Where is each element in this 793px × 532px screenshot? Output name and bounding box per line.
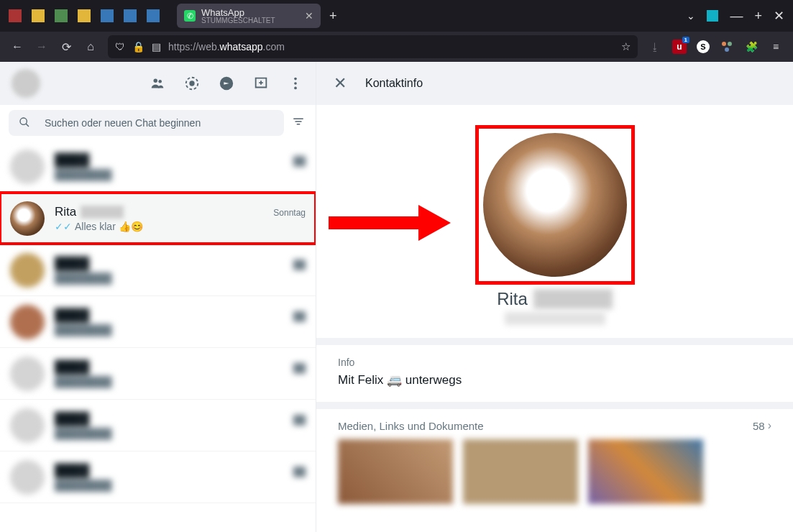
window-close-icon[interactable]: ✕ — [774, 8, 784, 24]
close-panel-icon[interactable]: ✕ — [334, 74, 347, 93]
chat-avatar — [10, 201, 45, 236]
search-placeholder: Suchen oder neuen Chat beginnen — [45, 117, 201, 129]
chat-item[interactable]: ██████████████ — [0, 400, 316, 451]
media-links-row[interactable]: Medien, Links und Dokumente 58 › — [316, 409, 793, 439]
address-bar[interactable]: 🛡 🔒 ▤ https://web.whatsapp.com ☆ — [108, 35, 638, 58]
media-count: 58 — [753, 420, 765, 432]
media-thumbnails — [316, 439, 793, 518]
search-row: Suchen oder neuen Chat beginnen — [0, 105, 316, 141]
reload-button[interactable]: ⟳ — [59, 40, 73, 54]
svg-point-9 — [294, 87, 297, 90]
bookmark-star-icon[interactable]: ☆ — [621, 40, 631, 53]
save-icon[interactable] — [707, 10, 718, 22]
redacted-phone — [505, 312, 605, 325]
window-minimize-icon[interactable]: — — [730, 9, 743, 24]
pinned-app-icon[interactable] — [55, 9, 68, 22]
redacted-surname — [533, 289, 613, 309]
chat-time: Sonntag — [273, 208, 306, 218]
noscript-icon[interactable]: S — [697, 40, 710, 53]
svg-point-10 — [20, 118, 27, 124]
profile-section: Rita — [316, 105, 793, 338]
close-tab-icon[interactable]: ✕ — [305, 10, 313, 22]
profile-name: Rita — [497, 289, 528, 309]
chat-filter-icon[interactable] — [290, 115, 307, 131]
channels-icon[interactable] — [218, 75, 235, 92]
url-text: https://web.whatsapp.com — [168, 41, 614, 52]
tab-subtitle: STUMMGESCHALTET — [201, 17, 275, 24]
chat-item[interactable]: ██████████████ — [0, 451, 316, 503]
shield-icon[interactable]: 🛡 — [115, 41, 125, 52]
tab-title: WhatsApp — [201, 8, 275, 17]
chat-name: Rita — [55, 205, 76, 219]
window-titlebar: ✆ WhatsApp STUMMGESCHALTET ✕ + ⌄ — + ✕ — [0, 0, 793, 32]
info-heading: Info — [338, 357, 771, 368]
app-menu-icon[interactable]: ≡ — [769, 40, 783, 54]
pinned-app-icon[interactable] — [124, 9, 137, 22]
back-button[interactable]: ← — [10, 40, 24, 53]
media-thumb[interactable] — [338, 439, 453, 504]
pinned-apps — [9, 9, 160, 22]
tab-dropdown-icon[interactable]: ⌄ — [687, 10, 695, 22]
panel-title: Kontaktinfo — [365, 77, 423, 90]
panel-header: ✕ Kontaktinfo — [316, 62, 793, 105]
svg-point-3 — [154, 79, 158, 83]
pinned-app-icon[interactable] — [147, 9, 160, 22]
new-chat-icon[interactable] — [252, 75, 270, 92]
sidebar-header — [0, 62, 316, 105]
chat-list[interactable]: ██████████████ Rita Sonntag ✓✓ Alles kla… — [0, 141, 316, 532]
svg-point-2 — [725, 47, 729, 52]
svg-point-7 — [294, 78, 297, 81]
svg-point-4 — [158, 80, 162, 83]
window-maximize-icon[interactable]: + — [754, 9, 762, 24]
svg-point-0 — [722, 42, 726, 46]
communities-icon[interactable] — [149, 75, 166, 92]
menu-icon[interactable] — [287, 75, 304, 92]
profile-photo-highlight — [475, 125, 635, 285]
search-icon — [19, 116, 30, 130]
chat-item[interactable]: ██████████████ — [0, 296, 316, 348]
forward-button: → — [35, 40, 49, 53]
extension-icon[interactable] — [720, 40, 734, 54]
ublock-icon[interactable]: u1 — [672, 40, 687, 54]
about-section: Info Mit Felix 🚐 unterwegs — [316, 345, 793, 402]
extensions-menu-icon[interactable]: 🧩 — [744, 40, 758, 54]
pinned-app-icon[interactable] — [78, 9, 91, 22]
whatsapp-favicon: ✆ — [184, 10, 196, 22]
media-label: Medien, Links und Dokumente — [338, 420, 753, 432]
svg-point-1 — [728, 42, 732, 46]
home-button[interactable]: ⌂ — [83, 40, 98, 53]
sidebar: Suchen oder neuen Chat beginnen ████████… — [0, 62, 316, 532]
media-thumb[interactable] — [463, 439, 578, 504]
chat-item-rita[interactable]: Rita Sonntag ✓✓ Alles klar 👍😊 — [0, 193, 316, 244]
chevron-right-icon: › — [768, 419, 771, 432]
chat-item[interactable]: ██████████████ — [0, 244, 316, 296]
svg-point-8 — [294, 82, 297, 85]
whatsapp-app: Suchen oder neuen Chat beginnen ████████… — [0, 62, 793, 532]
pinned-app-icon[interactable] — [9, 9, 22, 22]
browser-toolbar: ← → ⟳ ⌂ 🛡 🔒 ▤ https://web.whatsapp.com ☆… — [0, 32, 793, 62]
about-text: Mit Felix 🚐 unterwegs — [338, 372, 771, 387]
pinned-app-icon[interactable] — [101, 9, 114, 22]
read-ticks-icon: ✓✓ — [55, 221, 72, 232]
new-tab-button[interactable]: + — [329, 9, 337, 24]
contact-info-panel: ✕ Kontaktinfo Rita Info Mit Felix 🚐 unte… — [316, 62, 793, 532]
download-icon: ⭳ — [648, 40, 662, 54]
chat-item[interactable]: ██████████████ — [0, 348, 316, 400]
status-icon[interactable] — [183, 75, 201, 92]
browser-tab[interactable]: ✆ WhatsApp STUMMGESCHALTET ✕ — [177, 4, 321, 28]
chat-preview: Alles klar 👍😊 — [75, 221, 143, 232]
profile-photo[interactable] — [483, 133, 627, 277]
redacted-surname — [81, 206, 124, 219]
my-avatar[interactable] — [12, 69, 40, 98]
svg-point-5 — [189, 81, 194, 86]
pinned-app-icon[interactable] — [32, 9, 45, 22]
lock-icon[interactable]: 🔒 — [132, 41, 145, 52]
media-thumb[interactable] — [588, 439, 703, 504]
search-input[interactable]: Suchen oder neuen Chat beginnen — [9, 110, 284, 136]
chat-item[interactable]: ██████████████ — [0, 141, 316, 193]
permissions-icon[interactable]: ▤ — [152, 41, 161, 52]
